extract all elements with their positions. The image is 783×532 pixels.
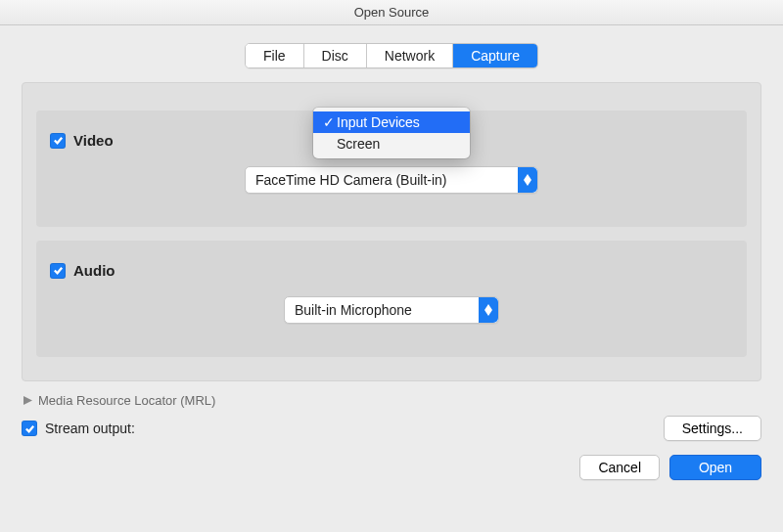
menu-item-label: Input Devices [337, 114, 420, 130]
disclosure-triangle-icon [23, 396, 32, 405]
svg-marker-3 [484, 310, 492, 316]
video-device-value: FaceTime HD Camera (Built-in) [246, 172, 518, 188]
tabs-group: File Disc Network Capture [245, 43, 538, 68]
open-button[interactable]: Open [669, 455, 761, 480]
video-device-select[interactable]: FaceTime HD Camera (Built-in) [245, 166, 538, 194]
video-label: Video [73, 132, 114, 149]
svg-marker-1 [524, 180, 531, 186]
stream-left: Stream output: [22, 421, 135, 436]
audio-header: Audio [50, 262, 733, 279]
menu-item-label: Screen [337, 136, 380, 152]
dialog-footer: Cancel Open [22, 455, 761, 480]
tab-network[interactable]: Network [367, 44, 453, 67]
audio-checkbox[interactable] [50, 263, 66, 279]
source-tabs: File Disc Network Capture [22, 43, 761, 68]
audio-label: Audio [73, 262, 115, 279]
audio-device-select[interactable]: Built-in Microphone [284, 296, 499, 324]
tab-capture[interactable]: Capture [453, 44, 537, 67]
tab-disc[interactable]: Disc [304, 44, 367, 67]
main-content: File Disc Network Capture ✓ Input Device… [0, 25, 783, 495]
audio-device-value: Built-in Microphone [285, 302, 479, 318]
audio-select-row: Built-in Microphone [50, 296, 733, 324]
stream-output-label: Stream output: [45, 421, 135, 436]
capture-panel: ✓ Input Devices Screen Video FaceTime HD… [22, 82, 761, 381]
chevron-up-down-icon [518, 167, 537, 193]
mrl-label: Media Resource Locator (MRL) [38, 393, 215, 408]
mrl-disclosure[interactable]: Media Resource Locator (MRL) [23, 393, 761, 408]
capture-mode-menu: ✓ Input Devices Screen [313, 108, 470, 158]
tab-file[interactable]: File [246, 44, 304, 67]
video-checkbox[interactable] [50, 133, 66, 149]
stream-output-row: Stream output: Settings... [22, 416, 761, 441]
audio-group: Audio Built-in Microphone [36, 241, 747, 357]
check-icon: ✓ [321, 114, 337, 130]
stream-output-checkbox[interactable] [22, 421, 37, 436]
svg-marker-4 [23, 396, 32, 405]
window-titlebar: Open Source [0, 0, 783, 25]
video-select-row: FaceTime HD Camera (Built-in) [50, 166, 733, 194]
menu-item-input-devices[interactable]: ✓ Input Devices [313, 111, 470, 133]
settings-button[interactable]: Settings... [664, 416, 761, 441]
cancel-button[interactable]: Cancel [579, 455, 660, 480]
chevron-up-down-icon [479, 297, 498, 323]
window-title: Open Source [354, 5, 430, 20]
menu-item-screen[interactable]: Screen [313, 133, 470, 155]
